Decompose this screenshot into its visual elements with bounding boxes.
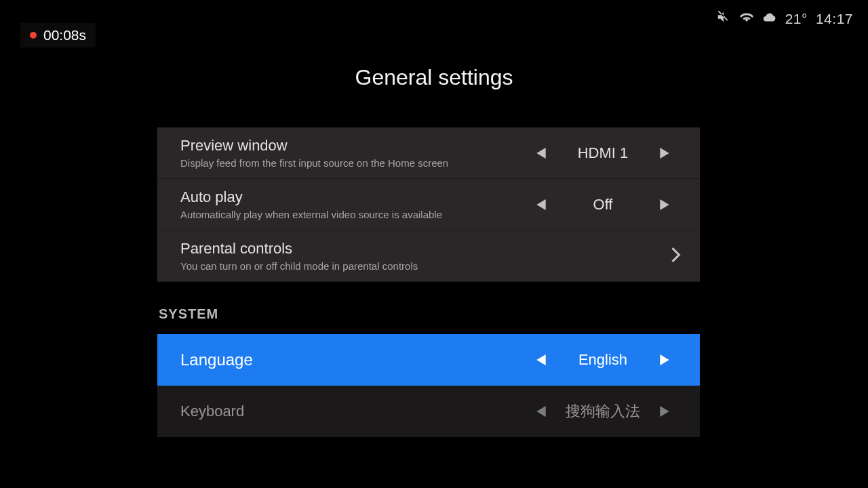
row-title: Parental controls: [180, 240, 418, 258]
row-text: Preview window Display feed from the fir…: [180, 137, 448, 169]
chevron-left-icon[interactable]: [536, 354, 546, 365]
row-text: Keyboard: [180, 403, 244, 420]
section-header-system: SYSTEM: [157, 306, 700, 322]
row-language[interactable]: Language English: [157, 334, 700, 386]
chevron-right-icon: [671, 247, 681, 265]
row-title: Keyboard: [180, 403, 244, 420]
row-parental-controls[interactable]: Parental controls You can turn on or off…: [157, 230, 700, 282]
chevron-right-icon[interactable]: [660, 406, 669, 417]
row-title: Auto play: [180, 188, 442, 206]
value-picker-keyboard[interactable]: 搜狗输入法: [525, 401, 681, 422]
row-subtitle: Automatically play when external video s…: [180, 209, 442, 220]
status-temperature: 21°: [785, 11, 808, 27]
weather-icon: [762, 9, 777, 28]
chevron-right-icon[interactable]: [660, 148, 669, 159]
record-icon: [30, 32, 37, 39]
page-title: General settings: [0, 65, 868, 90]
chevron-right-icon[interactable]: [660, 199, 669, 210]
row-subtitle: You can turn on or off child mode in par…: [180, 260, 418, 272]
value-language: English: [562, 351, 644, 369]
value-picker-language[interactable]: English: [525, 351, 681, 369]
row-subtitle: Display feed from the first input source…: [180, 157, 448, 169]
chevron-right-icon[interactable]: [660, 354, 669, 365]
mute-icon: [716, 9, 731, 28]
chevron-left-icon[interactable]: [536, 148, 546, 159]
chevron-left-icon[interactable]: [536, 199, 546, 210]
value-picker-preview-window[interactable]: HDMI 1: [525, 144, 681, 162]
settings-panel: Preview window Display feed from the fir…: [157, 127, 700, 437]
row-text: Auto play Automatically play when extern…: [180, 188, 442, 220]
row-title: Preview window: [180, 137, 448, 155]
status-bar: 21° 14:17: [716, 9, 853, 28]
value-picker-auto-play[interactable]: Off: [525, 196, 681, 214]
recording-timer: 00:08s: [43, 27, 86, 43]
row-title: Language: [180, 350, 253, 369]
wifi-icon: [739, 9, 754, 28]
row-keyboard[interactable]: Keyboard 搜狗输入法: [157, 386, 700, 437]
value-keyboard: 搜狗输入法: [562, 401, 644, 422]
row-text: Language: [180, 350, 253, 369]
chevron-left-icon[interactable]: [536, 406, 546, 417]
row-auto-play[interactable]: Auto play Automatically play when extern…: [157, 179, 700, 230]
row-text: Parental controls You can turn on or off…: [180, 240, 418, 272]
row-preview-window[interactable]: Preview window Display feed from the fir…: [157, 127, 700, 179]
value-auto-play: Off: [562, 196, 644, 214]
status-time: 14:17: [816, 11, 853, 27]
recording-badge: 00:08s: [20, 23, 96, 47]
value-preview-window: HDMI 1: [562, 144, 644, 162]
